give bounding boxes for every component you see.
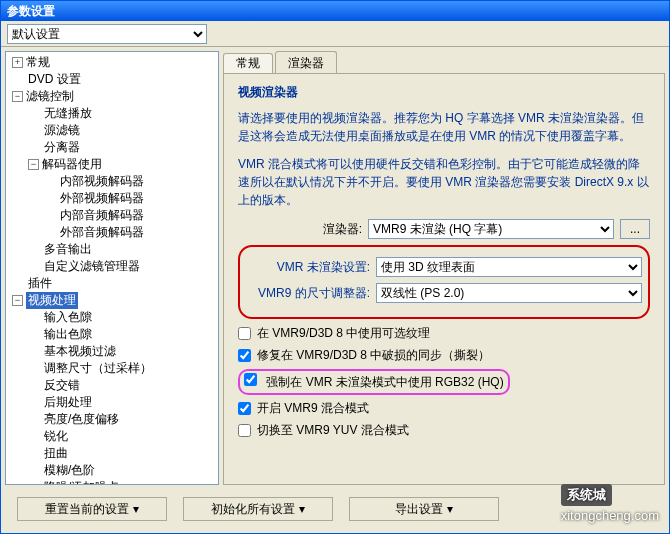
tree-item[interactable]: 亮度/色度偏移 <box>6 411 218 428</box>
vmr-unrendered-select[interactable]: 使用 3D 纹理表面 <box>376 257 642 277</box>
vmr-unrendered-label: VMR 未渲染设置: <box>246 259 376 276</box>
tree-item[interactable]: 降噪/添加噪点 <box>6 479 218 485</box>
watermark: 系统城 xitongcheng.com <box>561 484 659 523</box>
chk-enable-vmr9-mix[interactable] <box>238 402 251 415</box>
renderer-more-button[interactable]: ... <box>620 219 650 239</box>
reset-current-button[interactable]: 重置当前的设置 ▾ <box>17 497 167 521</box>
tree-item[interactable]: 多音输出 <box>6 241 218 258</box>
tree-item[interactable]: DVD 设置 <box>6 71 218 88</box>
tree-item[interactable]: 插件 <box>6 275 218 292</box>
reset-all-button[interactable]: 初始化所有设置 ▾ <box>183 497 333 521</box>
tree-item[interactable]: 分离器 <box>6 139 218 156</box>
tree-item-video-processing[interactable]: −视频处理 <box>6 292 218 309</box>
chk-label: 强制在 VMR 未渲染模式中使用 RGB32 (HQ) <box>266 375 503 389</box>
chk-label: 切换至 VMR9 YUV 混合模式 <box>257 422 409 439</box>
check-row: 修复在 VMR9/D3D 8 中破损的同步（撕裂） <box>238 347 650 364</box>
settings-tree[interactable]: +常规 DVD 设置 −滤镜控制 无缝播放 源滤镜 分离器 −解码器使用 内部视… <box>5 51 219 485</box>
check-row: 开启 VMR9 混合模式 <box>238 400 650 417</box>
tree-item[interactable]: 反交错 <box>6 377 218 394</box>
preset-dropdown[interactable]: 默认设置 <box>7 24 207 44</box>
check-row: 在 VMR9/D3D 8 中使用可选纹理 <box>238 325 650 342</box>
tab-renderer[interactable]: 渲染器 <box>275 51 337 73</box>
description-1: 请选择要使用的视频渲染器。推荐您为 HQ 字幕选择 VMR 未渲染渲染器。但是这… <box>238 109 650 145</box>
chk-label: 修复在 VMR9/D3D 8 中破损的同步（撕裂） <box>257 347 490 364</box>
chk-repair-sync[interactable] <box>238 349 251 362</box>
tree-item[interactable]: 调整尺寸（过采样） <box>6 360 218 377</box>
highlight-red: VMR 未渲染设置: 使用 3D 纹理表面 VMR9 的尺寸调整器: 双线性 (… <box>238 245 650 319</box>
tree-item[interactable]: 模糊/色阶 <box>6 462 218 479</box>
tree-item[interactable]: 输入色隙 <box>6 309 218 326</box>
tab-bar: 常规 渲染器 <box>223 51 665 73</box>
renderer-label: 渲染器: <box>238 221 368 238</box>
toolbar: 默认设置 <box>1 21 669 47</box>
chk-force-rgb32[interactable] <box>244 373 257 386</box>
tree-item[interactable]: 无缝播放 <box>6 105 218 122</box>
tree-item[interactable]: 扭曲 <box>6 445 218 462</box>
check-row: 强制在 VMR 未渲染模式中使用 RGB32 (HQ) <box>238 369 650 395</box>
vmr9-resizer-label: VMR9 的尺寸调整器: <box>246 285 376 302</box>
chk-alt-texture[interactable] <box>238 327 251 340</box>
renderer-select[interactable]: VMR9 未渲染 (HQ 字幕) <box>368 219 614 239</box>
tree-item[interactable]: 外部音频解码器 <box>6 224 218 241</box>
tree-item[interactable]: 后期处理 <box>6 394 218 411</box>
chk-label: 在 VMR9/D3D 8 中使用可选纹理 <box>257 325 430 342</box>
tree-item[interactable]: 锐化 <box>6 428 218 445</box>
check-row: 切换至 VMR9 YUV 混合模式 <box>238 422 650 439</box>
tree-item[interactable]: 外部视频解码器 <box>6 190 218 207</box>
chk-label: 开启 VMR9 混合模式 <box>257 400 369 417</box>
tab-general[interactable]: 常规 <box>223 53 273 73</box>
tree-item[interactable]: −解码器使用 <box>6 156 218 173</box>
tree-item[interactable]: 基本视频过滤 <box>6 343 218 360</box>
tab-content: 视频渲染器 请选择要使用的视频渲染器。推荐您为 HQ 字幕选择 VMR 未渲染渲… <box>223 73 665 485</box>
tree-item[interactable]: 源滤镜 <box>6 122 218 139</box>
tree-item[interactable]: +常规 <box>6 54 218 71</box>
tree-item[interactable]: 内部音频解码器 <box>6 207 218 224</box>
vmr9-resizer-select[interactable]: 双线性 (PS 2.0) <box>376 283 642 303</box>
group-title: 视频渲染器 <box>238 84 650 101</box>
titlebar: 参数设置 <box>1 1 669 21</box>
description-2: VMR 混合模式将可以使用硬件反交错和色彩控制。由于它可能造成轻微的降速所以在默… <box>238 155 650 209</box>
chk-switch-yuv[interactable] <box>238 424 251 437</box>
tree-item[interactable]: −滤镜控制 <box>6 88 218 105</box>
export-button[interactable]: 导出设置 ▾ <box>349 497 499 521</box>
tree-item[interactable]: 输出色隙 <box>6 326 218 343</box>
tree-item[interactable]: 内部视频解码器 <box>6 173 218 190</box>
tree-item[interactable]: 自定义滤镜管理器 <box>6 258 218 275</box>
